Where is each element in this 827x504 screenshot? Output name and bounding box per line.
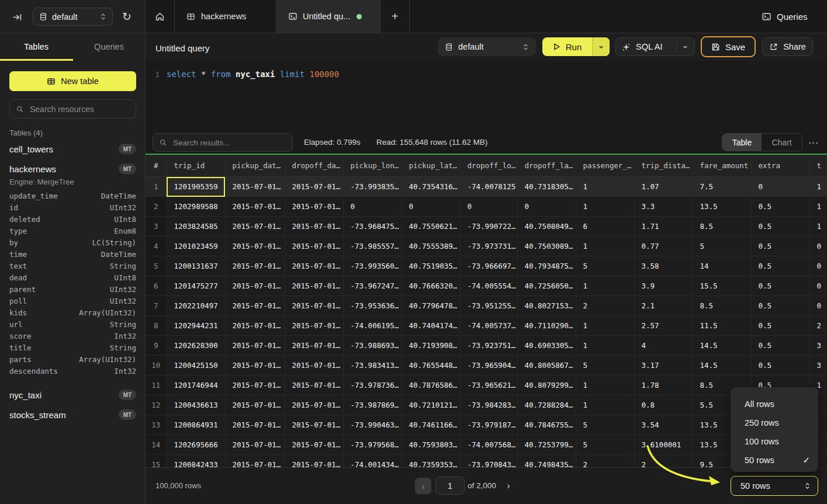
column-header[interactable]: # — [146, 155, 167, 177]
table-cell[interactable]: -73.987869… — [343, 395, 402, 415]
table-cell[interactable]: -73.953636… — [343, 296, 402, 316]
table-cell[interactable]: 1201023459 — [167, 237, 225, 256]
sidebar-item-stocks-stream[interactable]: stocks_stream MT — [9, 409, 136, 420]
table-cell[interactable]: 1 — [576, 197, 634, 217]
table-cell[interactable]: 1.07 — [634, 177, 693, 197]
table-cell[interactable]: 0 — [809, 296, 827, 316]
table-cell[interactable]: 40.7876586… — [402, 376, 460, 395]
table-cell[interactable]: 40.7288284… — [517, 395, 576, 415]
table-cell[interactable]: 1203824585 — [167, 217, 225, 237]
query-database-selector[interactable]: default — [438, 37, 536, 56]
table-cell[interactable]: 2015-07-01… — [225, 336, 285, 356]
table-cell[interactable]: -73.966697… — [460, 256, 517, 276]
column-header[interactable]: fare_amount — [693, 155, 751, 177]
table-cell[interactable]: 2015-07-01… — [225, 356, 285, 376]
table-cell[interactable]: -73.923751… — [460, 336, 517, 356]
table-cell[interactable]: 3.54 — [634, 415, 693, 435]
column-header[interactable]: dropoff_da… — [285, 155, 343, 177]
table-cell[interactable]: 1200131637 — [167, 256, 225, 276]
sidebar-tab-queries[interactable]: Queries — [72, 33, 146, 60]
table-cell[interactable]: 2 — [634, 455, 693, 468]
table-cell[interactable]: 40.7318305… — [517, 177, 576, 197]
table-cell[interactable]: 2015-07-01… — [285, 455, 343, 468]
table-cell[interactable]: 2015-07-01… — [285, 376, 343, 395]
row-number-cell[interactable]: 10 — [146, 356, 167, 376]
table-cell[interactable]: 0.5 — [751, 197, 809, 217]
tab-hackernews[interactable]: hackernews — [175, 0, 276, 33]
row-number-cell[interactable]: 15 — [146, 455, 167, 468]
column-header[interactable]: pickup_lon… — [343, 155, 402, 177]
table-cell[interactable]: 14.5 — [693, 336, 751, 356]
table-cell[interactable]: 2015-07-01… — [225, 237, 285, 256]
table-cell[interactable]: 0.5 — [751, 356, 809, 376]
table-cell[interactable]: 0.5 — [751, 276, 809, 296]
table-cell[interactable]: 1 — [809, 177, 827, 197]
table-cell[interactable]: 6 — [576, 217, 634, 237]
table-cell[interactable]: 0 — [751, 177, 809, 197]
table-cell[interactable]: 5 — [693, 237, 751, 256]
results-search[interactable] — [153, 133, 293, 152]
table-cell[interactable]: 1202695666 — [167, 435, 225, 455]
row-number-cell[interactable]: 1 — [146, 177, 167, 197]
queries-button[interactable]: Queries — [757, 8, 812, 25]
table-cell[interactable]: 1201746944 — [167, 376, 225, 395]
table-cell[interactable]: 40.8005867… — [517, 356, 576, 376]
table-cell[interactable]: 40.7796478… — [402, 296, 460, 316]
table-cell[interactable]: 2 — [576, 455, 634, 468]
table-cell[interactable]: 0.5 — [751, 296, 809, 316]
table-cell[interactable]: 40.6903305… — [517, 336, 576, 356]
table-cell[interactable]: 40.7846755… — [517, 415, 576, 435]
table-cell[interactable]: 0 — [809, 276, 827, 296]
table-cell[interactable]: -73.968475… — [343, 217, 402, 237]
table-cell[interactable]: 1201905359 — [167, 177, 225, 197]
sidebar-tab-tables[interactable]: Tables — [0, 33, 72, 60]
table-cell[interactable]: -74.005554… — [460, 276, 517, 296]
table-cell[interactable]: 1 — [576, 395, 634, 415]
table-cell[interactable]: 3 — [809, 356, 827, 376]
table-cell[interactable]: 2015-07-01… — [285, 296, 343, 316]
table-cell[interactable]: 40.7253799… — [517, 435, 576, 455]
table-cell[interactable]: -73.993560… — [343, 256, 402, 276]
table-cell[interactable]: 1 — [576, 177, 634, 197]
row-number-cell[interactable]: 4 — [146, 237, 167, 256]
table-cell[interactable]: 40.7508049… — [517, 217, 576, 237]
table-cell[interactable]: 1 — [576, 276, 634, 296]
table-cell[interactable]: -73.979568… — [343, 435, 402, 455]
table-cell[interactable]: 1 — [576, 376, 634, 395]
table-cell[interactable]: -73.978736… — [343, 376, 402, 395]
column-header[interactable]: extra — [751, 155, 809, 177]
sidebar-item-nyc-taxi[interactable]: nyc_taxi MT — [9, 389, 136, 401]
results-overflow-menu-icon[interactable]: ⋯ — [806, 135, 821, 150]
resource-search[interactable] — [9, 99, 136, 119]
table-cell[interactable]: 14.5 — [693, 356, 751, 376]
table-cell[interactable]: 1201475277 — [167, 276, 225, 296]
column-header[interactable]: t — [809, 155, 827, 177]
table-cell[interactable]: 2015-07-01… — [225, 395, 285, 415]
table-cell[interactable]: 2015-07-01… — [225, 276, 285, 296]
rows-menu-item[interactable]: 100 rows — [731, 432, 818, 451]
table-cell[interactable]: -73.983413… — [343, 356, 402, 376]
refresh-icon[interactable]: ↻ — [120, 9, 134, 23]
table-cell[interactable]: 3 — [809, 336, 827, 356]
table-cell[interactable]: 3.9 — [634, 276, 693, 296]
row-number-cell[interactable]: 11 — [146, 376, 167, 395]
resource-search-input[interactable] — [29, 104, 124, 114]
table-cell[interactable]: 0.5 — [751, 256, 809, 276]
table-cell[interactable]: 40.7193908… — [402, 336, 460, 356]
table-cell[interactable]: 40.7498435… — [517, 455, 576, 468]
table-cell[interactable]: 2015-07-01… — [285, 415, 343, 435]
table-cell[interactable]: 1202989588 — [167, 197, 225, 217]
row-number-cell[interactable]: 7 — [146, 296, 167, 316]
table-cell[interactable]: 3.58 — [634, 256, 693, 276]
table-cell[interactable]: 1 — [576, 237, 634, 256]
table-cell[interactable]: 1 — [576, 336, 634, 356]
table-cell[interactable]: -74.0078125 — [460, 177, 517, 197]
row-number-cell[interactable]: 2 — [146, 197, 167, 217]
table-cell[interactable]: -73.951255… — [460, 296, 517, 316]
table-cell[interactable]: -73.984283… — [460, 395, 517, 415]
table-cell[interactable]: 4 — [634, 336, 693, 356]
sql-editor[interactable]: 1 select * from nyc_taxi limit 100000 — [146, 61, 827, 131]
collapse-sidebar-icon[interactable] — [12, 12, 22, 22]
table-cell[interactable]: 2 — [576, 296, 634, 316]
table-cell[interactable]: 1.78 — [634, 376, 693, 395]
